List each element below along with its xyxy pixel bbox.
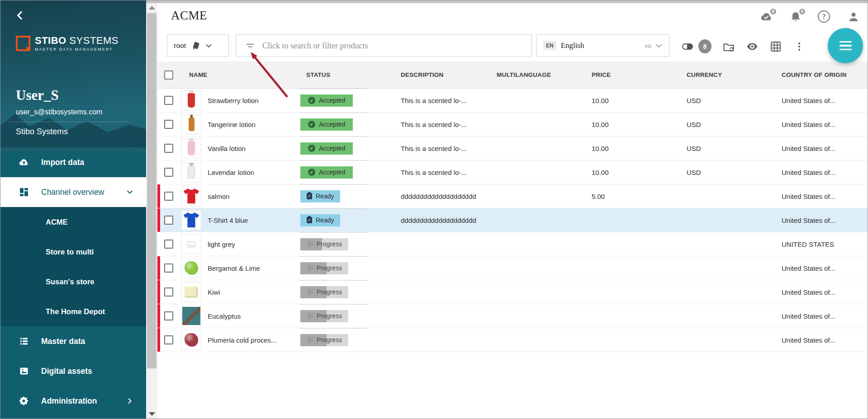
sidebar-item-the-home-depot[interactable]: The Home Depot <box>0 297 146 326</box>
help-icon[interactable]: ? <box>818 10 831 24</box>
column-header-description[interactable]: DESCRIPTION <box>401 71 497 78</box>
row-checkbox[interactable] <box>164 216 173 225</box>
country-cell: United States of... <box>782 145 868 152</box>
description-cell: This is a scented lo-... <box>401 121 497 128</box>
table-row[interactable]: Bergamot & Lime Progress United States o… <box>157 256 868 280</box>
column-header-status[interactable]: STATUS <box>299 71 401 78</box>
menu-fab-button[interactable] <box>828 28 863 63</box>
column-header-name[interactable]: NAME <box>180 71 299 78</box>
search-input[interactable]: Click to search or filter products <box>236 34 532 57</box>
row-checkbox[interactable] <box>164 168 173 177</box>
sidebar-item-master-data[interactable]: Master data <box>0 326 146 356</box>
status-label: Progress <box>317 288 342 296</box>
status-badge: Accepted <box>300 118 353 131</box>
table-row[interactable]: salmon Ready dddddddddddddddddddd 5.00 U… <box>157 184 868 208</box>
product-image <box>182 307 200 325</box>
chevron-right-icon <box>126 397 133 405</box>
filter-icon <box>245 41 255 51</box>
status-icon <box>308 121 315 128</box>
sidebar-item-label: Import data <box>41 158 84 167</box>
sync-cloud-icon[interactable]: 0 <box>760 10 773 24</box>
sidebar-background-photo <box>0 0 146 147</box>
tenant-name: Stibo Systems <box>16 127 68 137</box>
sidebar-item-digital-assets[interactable]: Digital assets <box>0 356 146 386</box>
product-name: Kiwi <box>208 288 220 296</box>
sidebar-item-label: The Home Depot <box>46 307 105 316</box>
language-code-badge: EN <box>543 41 556 50</box>
product-thumbnail <box>181 90 201 110</box>
row-checkbox[interactable] <box>164 335 173 344</box>
column-header-country-of-origin[interactable]: COUNTRY OF ORIGIN <box>782 71 868 78</box>
notifications-bell-icon[interactable]: 0 <box>789 10 802 24</box>
logo-tagline: MASTER DATA MANAGEMENT <box>35 47 119 52</box>
row-checkbox[interactable] <box>164 96 173 105</box>
logo-orange-square-icon <box>16 36 30 51</box>
country-cell: United States of... <box>782 312 868 320</box>
description-cell: dddddddddddddddddddd <box>401 217 497 224</box>
context-selector[interactable]: root <box>167 34 229 57</box>
table-row[interactable]: Eucalyptus Progress United States of... <box>157 304 868 328</box>
currency-cell: USD <box>687 97 782 104</box>
selection-count-badge[interactable]: 8 <box>698 39 711 53</box>
language-selector[interactable]: EN English en <box>536 34 669 57</box>
table-row[interactable]: Vanilla lotion Accepted This is a scente… <box>157 137 868 160</box>
help-glyph: ? <box>822 13 826 21</box>
row-checkbox[interactable] <box>164 264 173 273</box>
scrollbar-thumb[interactable] <box>147 13 157 368</box>
sidebar-item-import-data[interactable]: Import data <box>0 147 146 177</box>
row-checkbox[interactable] <box>164 120 173 129</box>
sidebar-item-label: Store to multi <box>46 248 94 256</box>
status-icon <box>307 217 312 223</box>
product-image <box>185 261 198 275</box>
folder-sync-icon[interactable] <box>722 40 735 53</box>
select-all-checkbox[interactable] <box>164 71 173 80</box>
sidebar-collapse-button[interactable] <box>14 9 26 21</box>
sidebar-item-administration[interactable]: Administration <box>0 386 146 416</box>
sidebar: STIBO SYSTEMS MASTER DATA MANAGEMENT Use… <box>0 0 146 419</box>
row-checkbox[interactable] <box>164 144 173 153</box>
table-row[interactable]: Lavendar lotion Accepted This is a scent… <box>157 160 868 184</box>
table-header: NAME STATUS DESCRIPTION MULTILANGUAGE PR… <box>157 61 868 89</box>
list-icon <box>19 336 29 347</box>
table-row[interactable]: Strawberry lotion Accepted This is a sce… <box>157 89 868 113</box>
product-name: light grey <box>208 240 235 248</box>
row-checkbox[interactable] <box>164 240 173 249</box>
sidebar-item-store-to-multi[interactable]: Store to multi <box>0 237 146 267</box>
window-top-edge <box>157 0 868 3</box>
row-checkbox[interactable] <box>164 311 173 320</box>
sidebar-item-acme[interactable]: ACME <box>0 207 146 237</box>
profile-icon[interactable] <box>847 10 860 24</box>
table-row[interactable]: Kiwi Progress United States of... <box>157 280 868 304</box>
grid-view-icon[interactable] <box>769 40 782 53</box>
currency-cell: USD <box>687 145 782 152</box>
country-cell: UNITED STATES <box>782 240 868 248</box>
product-image <box>183 188 199 204</box>
scroll-up-arrow[interactable] <box>149 6 155 9</box>
compare-toggle-icon[interactable] <box>681 40 694 53</box>
product-name: Eucalyptus <box>208 312 241 320</box>
table-row[interactable]: Plumeria cold proces... Progress United … <box>157 328 868 352</box>
table-row[interactable]: Tangerine lotion Accepted This is a scen… <box>157 113 868 137</box>
table-row[interactable]: T-Shirt 4 blue Ready ddddddddddddddddddd… <box>157 208 868 232</box>
scroll-down-arrow[interactable] <box>149 412 155 416</box>
product-thumbnail <box>181 258 201 278</box>
product-image <box>185 287 198 298</box>
sidebar-item-susans-store[interactable]: Susan's store <box>0 267 146 297</box>
status-label: Accepted <box>319 169 345 176</box>
table-body: Strawberry lotion Accepted This is a sce… <box>157 89 868 352</box>
product-image <box>189 118 194 131</box>
column-header-price[interactable]: PRICE <box>592 71 687 78</box>
status-icon <box>308 97 315 104</box>
country-cell: United States of... <box>782 121 868 128</box>
price-cell: 10.00 <box>592 121 687 128</box>
table-row[interactable]: light grey Progress UNITED STATES <box>157 232 868 256</box>
sidebar-item-channel-overview[interactable]: Channel overview <box>0 177 146 207</box>
preview-eye-icon[interactable] <box>746 40 759 53</box>
column-header-multilanguage[interactable]: MULTILANGUAGE <box>497 71 592 78</box>
page-title: ACME <box>171 9 207 23</box>
more-options-icon[interactable] <box>793 40 806 53</box>
product-thumbnail <box>181 186 201 206</box>
row-checkbox[interactable] <box>164 192 173 201</box>
column-header-currency[interactable]: CURRENCY <box>687 71 782 78</box>
row-checkbox[interactable] <box>164 287 173 297</box>
